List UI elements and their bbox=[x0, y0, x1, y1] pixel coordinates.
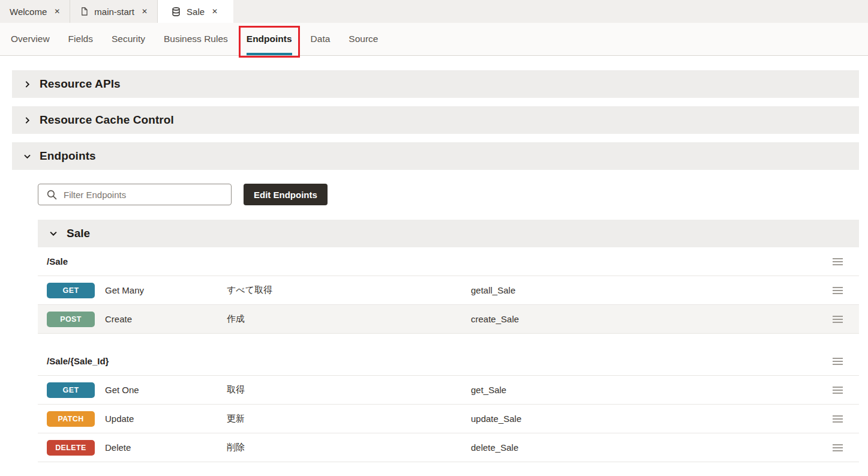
menu-icon[interactable] bbox=[833, 415, 843, 423]
method-badge: POST bbox=[47, 312, 95, 327]
endpoint-name: Delete bbox=[105, 442, 227, 453]
tab-endpoints[interactable]: Endpoints bbox=[247, 23, 292, 55]
chevron-down-icon bbox=[23, 152, 31, 160]
editor-tabbar: Welcome ✕ main-start ✕ Sale ✕ bbox=[0, 0, 868, 23]
editor-tab-label: Welcome bbox=[10, 7, 47, 17]
path-row: /Sale/{Sale_Id} bbox=[38, 347, 859, 376]
endpoints-toolbar: Edit Endpoints bbox=[38, 184, 859, 205]
method-badge: GET bbox=[47, 283, 95, 298]
endpoint-row[interactable]: GET Get Many すべて取得 getall_Sale bbox=[38, 276, 859, 305]
close-icon[interactable]: ✕ bbox=[54, 7, 60, 16]
endpoint-description: すべて取得 bbox=[227, 285, 471, 296]
path-row: /Sale bbox=[38, 247, 859, 276]
endpoint-id: update_Sale bbox=[471, 414, 859, 424]
endpoints-section-body: Edit Endpoints Sale /Sale GET Get Many す… bbox=[38, 184, 859, 462]
tab-label: Security bbox=[112, 34, 145, 44]
path-block-sale: /Sale GET Get Many すべて取得 getall_Sale POS… bbox=[38, 247, 859, 334]
endpoint-row[interactable]: POST Create 作成 create_Sale bbox=[38, 305, 859, 334]
method-badge: DELETE bbox=[47, 440, 95, 456]
section-title: Resource Cache Control bbox=[40, 113, 174, 127]
sale-group-header[interactable]: Sale bbox=[38, 220, 859, 247]
section-endpoints[interactable]: Endpoints bbox=[12, 142, 859, 170]
editor-tab-label: main-start bbox=[94, 7, 134, 17]
chevron-right-icon bbox=[23, 80, 31, 88]
file-icon bbox=[80, 7, 89, 16]
tab-overview[interactable]: Overview bbox=[11, 23, 50, 55]
endpoint-description: 更新 bbox=[227, 413, 471, 424]
endpoint-row[interactable]: GET Get One 取得 get_Sale bbox=[38, 376, 859, 405]
endpoint-row[interactable]: PATCH Update 更新 update_Sale bbox=[38, 405, 859, 433]
tab-label: Overview bbox=[11, 34, 50, 44]
endpoint-id: get_Sale bbox=[471, 385, 859, 395]
object-subnav: Overview Fields Security Business Rules … bbox=[0, 23, 868, 56]
sale-endpoint-group: Sale /Sale GET Get Many すべて取得 getall_Sal… bbox=[38, 220, 859, 462]
close-icon[interactable]: ✕ bbox=[142, 7, 148, 16]
menu-icon[interactable] bbox=[833, 316, 843, 323]
tab-label: Data bbox=[311, 34, 331, 44]
endpoints-page: Resource APIs Resource Cache Control End… bbox=[0, 56, 868, 462]
endpoint-name: Update bbox=[105, 414, 227, 424]
search-icon bbox=[46, 189, 58, 200]
endpoint-id: create_Sale bbox=[471, 314, 859, 324]
menu-icon[interactable] bbox=[833, 444, 843, 451]
menu-icon[interactable] bbox=[833, 287, 843, 294]
path-label: /Sale bbox=[47, 256, 68, 267]
menu-icon[interactable] bbox=[833, 387, 843, 394]
tab-label: Endpoints bbox=[247, 34, 292, 44]
editor-tab-sale[interactable]: Sale ✕ bbox=[158, 0, 233, 23]
chevron-right-icon bbox=[23, 116, 31, 124]
menu-icon[interactable] bbox=[833, 358, 843, 365]
path-block-sale-id: /Sale/{Sale_Id} GET Get One 取得 get_Sale … bbox=[38, 347, 859, 462]
chevron-down-icon bbox=[49, 229, 58, 238]
endpoint-name: Get One bbox=[105, 385, 227, 395]
group-title: Sale bbox=[67, 227, 90, 240]
endpoint-row[interactable]: DELETE Delete 削除 delete_Sale bbox=[38, 433, 859, 462]
method-badge: GET bbox=[47, 382, 95, 398]
endpoint-description: 削除 bbox=[227, 442, 471, 453]
section-title: Resource APIs bbox=[40, 77, 121, 91]
endpoint-id: getall_Sale bbox=[471, 285, 859, 295]
database-icon bbox=[171, 7, 181, 17]
tab-fields[interactable]: Fields bbox=[68, 23, 93, 55]
path-label: /Sale/{Sale_Id} bbox=[47, 356, 109, 366]
menu-icon[interactable] bbox=[833, 258, 843, 265]
editor-tab-label: Sale bbox=[187, 7, 205, 17]
section-title: Endpoints bbox=[40, 149, 96, 163]
method-badge: PATCH bbox=[47, 411, 95, 427]
tab-label: Source bbox=[349, 34, 378, 44]
section-resource-cache-control[interactable]: Resource Cache Control bbox=[12, 106, 859, 134]
tab-data[interactable]: Data bbox=[311, 23, 331, 55]
tab-label: Business Rules bbox=[164, 34, 228, 44]
editor-tab-main-start[interactable]: main-start ✕ bbox=[70, 0, 158, 23]
active-tab-underline bbox=[247, 53, 292, 55]
filter-endpoints-box bbox=[38, 184, 232, 205]
endpoint-description: 取得 bbox=[227, 384, 471, 396]
editor-tab-welcome[interactable]: Welcome ✕ bbox=[0, 0, 70, 23]
section-resource-apis[interactable]: Resource APIs bbox=[12, 70, 859, 98]
filter-endpoints-input[interactable] bbox=[64, 190, 225, 200]
tab-security[interactable]: Security bbox=[112, 23, 145, 55]
tab-source[interactable]: Source bbox=[349, 23, 378, 55]
endpoint-name: Create bbox=[105, 314, 227, 324]
endpoint-description: 作成 bbox=[227, 313, 471, 325]
close-icon[interactable]: ✕ bbox=[212, 7, 218, 16]
tab-business-rules[interactable]: Business Rules bbox=[164, 23, 228, 55]
edit-endpoints-button[interactable]: Edit Endpoints bbox=[244, 184, 328, 205]
tab-label: Fields bbox=[68, 34, 93, 44]
endpoint-id: delete_Sale bbox=[471, 442, 859, 453]
endpoint-name: Get Many bbox=[105, 285, 227, 295]
